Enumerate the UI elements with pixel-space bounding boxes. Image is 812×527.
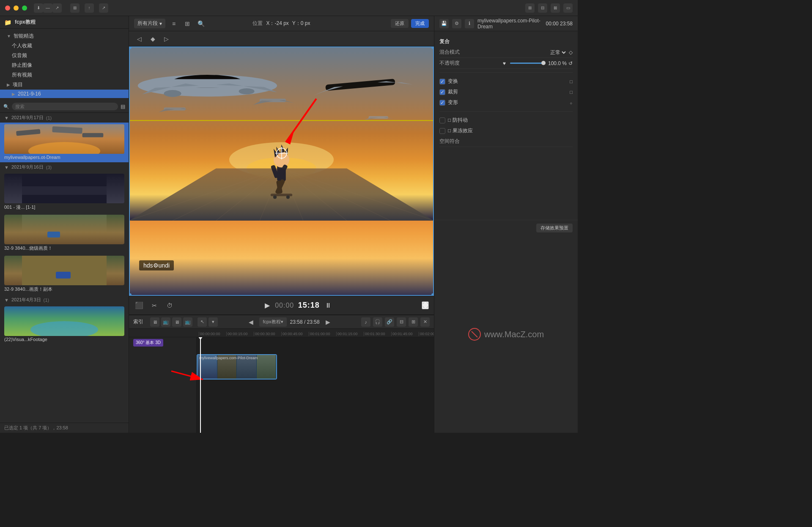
preview-frame: hds⚙undi [129, 46, 434, 296]
layout1-icon[interactable]: ⊟ [538, 3, 547, 13]
info-icon-btn[interactable]: ℹ [465, 19, 474, 28]
maximize-button[interactable] [22, 5, 27, 11]
crop-icon: □ [570, 90, 573, 95]
save-effect-btn[interactable]: 存储效果预置 [536, 224, 573, 232]
list-view-btn[interactable]: ≡ [169, 19, 179, 29]
svg-point-56 [286, 195, 290, 199]
opacity-slider[interactable] [510, 63, 544, 64]
save-icon-btn[interactable]: 💾 [439, 19, 449, 28]
layout3-icon[interactable]: ▭ [563, 3, 573, 13]
save-effect-area: 存储效果预置 [434, 220, 578, 236]
next-btn[interactable]: ▶ [323, 317, 333, 327]
distort-checkbox[interactable]: ✓ [439, 100, 445, 106]
tool-dropdown-btn[interactable]: ▾ [208, 317, 218, 327]
select-tool-btn[interactable]: ↖ [198, 317, 207, 327]
sidebar-item-smart-selection[interactable]: ▼ 智能精选 [0, 31, 129, 41]
clip-appearance-btn[interactable]: ⊟ [397, 317, 406, 327]
clip-item-001[interactable]: 001 - 漫... [1-1] [0, 172, 129, 213]
minimize-button[interactable] [14, 5, 19, 11]
prev-frame-btn[interactable]: ◁ [134, 34, 144, 44]
clip-item-visual[interactable]: (22)Visua...kFootage [0, 305, 129, 344]
stabilize-checkbox[interactable] [439, 117, 445, 123]
date-count-apr3: (1) [44, 298, 49, 303]
audio-waveform-btn[interactable]: ♪ [361, 317, 370, 327]
playhead[interactable] [200, 337, 201, 433]
date-folder-label: 2021-9-16 [18, 91, 41, 97]
import-icon[interactable]: ↑ [85, 3, 94, 13]
close-button[interactable] [5, 5, 10, 11]
date-header-sep17: ▼ 2021年9月17日 (1) [0, 113, 129, 123]
headphone-btn[interactable]: 🎧 [373, 317, 382, 327]
library-icon[interactable]: ⊞ [70, 3, 80, 13]
blend-mode-select[interactable]: 正常 [549, 49, 567, 56]
date-header-apr3: ▼ 2021年4月3日 (1) [0, 295, 129, 305]
transform-checkbox[interactable]: ✓ [439, 79, 445, 85]
sidebar-item-audio[interactable]: 仅音频 [0, 51, 129, 60]
sidebar-item-favorites[interactable]: 个人收藏 [0, 41, 129, 51]
sidebar-tree: ▼ 智能精选 个人收藏 仅音频 静止图像 所有视频 ▶ 项目 ▶ 2021-9-… [0, 29, 129, 101]
timeline-content: 360° 基本 3D mylivewallpapers.com-Pilot-Dr… [129, 337, 434, 433]
clip-item-3840-2[interactable]: 32-9 3840...画质！副本 [0, 254, 129, 295]
sidebar-item-all-video[interactable]: 所有视频 [0, 70, 129, 80]
svg-rect-6 [22, 186, 107, 195]
clip-label-3840-1: 32-9 3840...烧级画质！ [4, 244, 124, 252]
pause-btn[interactable]: ⏸ [325, 302, 332, 309]
monitor3-btn[interactable]: 🖥 [172, 317, 181, 327]
search-input[interactable] [12, 103, 118, 110]
speed-btn[interactable]: ⏱ [165, 300, 175, 311]
marker-btn[interactable]: ◆ [148, 34, 158, 44]
clip-item-pilot-dream[interactable]: mylivewallpapers.ot-Dream [0, 123, 129, 162]
expand-btn[interactable]: ⊞ [409, 317, 418, 327]
play-pause-btn[interactable]: ▶ [265, 301, 270, 309]
timecode-current: 15:18 [298, 301, 320, 309]
toolbar-right: 还原 完成 [391, 19, 429, 28]
rolling-shutter-checkbox[interactable] [439, 128, 445, 134]
layout2-icon[interactable]: ⊠ [551, 3, 560, 13]
transform-btn[interactable]: ✂ [149, 300, 159, 311]
close-timeline-btn[interactable]: ✕ [420, 317, 430, 327]
monitor-btn[interactable]: 🖥 [150, 317, 159, 327]
rolling-shutter-row: □ 果冻效应 [439, 126, 573, 136]
browser-view-icon[interactable]: ▤ [121, 104, 125, 109]
clip-selector-btn[interactable]: ⬛ [134, 300, 144, 311]
clip-frame-4 [257, 355, 277, 379]
download-icon[interactable]: ⬇ [34, 3, 43, 13]
share2-icon[interactable]: ↗ [99, 3, 108, 13]
opacity-reset-icon[interactable]: ↺ [568, 60, 573, 66]
monitor4-btn[interactable]: 📺 [183, 317, 192, 327]
link-btn[interactable]: 🔗 [385, 317, 394, 327]
done-btn[interactable]: 完成 [411, 19, 429, 28]
stabilize-label: □ 防抖动 [448, 117, 573, 124]
grid-view-btn[interactable]: ⊞ [182, 19, 192, 29]
stabilize-row: □ 防抖动 [439, 115, 573, 126]
search-btn[interactable]: 🔍 [196, 19, 206, 29]
segments-label: 所有片段 [137, 20, 158, 27]
segments-dropdown[interactable]: 所有片段 ▾ [134, 19, 165, 28]
blend-mode-row: 混合模式 正常 ◇ [439, 47, 573, 58]
favorites-label: 个人收藏 [12, 42, 32, 49]
video-clip-main[interactable]: mylivewallpapers.com-Pilot-Dream [197, 354, 277, 380]
date-arrow-sep17[interactable]: ▼ [4, 115, 9, 120]
restore-btn[interactable]: 还原 [391, 19, 409, 28]
sidebar-item-date-folder[interactable]: ▶ 2021-9-16 [0, 90, 129, 98]
monitor2-btn[interactable]: 📺 [161, 317, 170, 327]
grid-icon[interactable]: ⊞ [525, 3, 535, 13]
blend-mode-value[interactable]: 正常 ◇ [549, 49, 573, 56]
date-arrow-apr3[interactable]: ▼ [4, 298, 9, 303]
filter-icon-btn[interactable]: ⚙ [452, 19, 461, 28]
date-arrow-sep16[interactable]: ▼ [4, 165, 9, 170]
project-dropdown[interactable]: fcpx教程 ▾ [259, 317, 286, 327]
fullscreen-btn[interactable]: ⛶ [422, 301, 429, 309]
sidebar-item-projects[interactable]: ▶ 项目 [0, 80, 129, 90]
share-icon[interactable]: ↗ [52, 3, 62, 13]
preview-area[interactable]: hds⚙undi [129, 46, 434, 296]
crop-checkbox[interactable]: ✓ [439, 89, 445, 95]
timeline-tracks[interactable]: mylivewallpapers.com-Pilot-Dream [197, 337, 434, 433]
sidebar-item-still[interactable]: 静止图像 [0, 60, 129, 70]
next-frame-btn[interactable]: ▷ [161, 34, 171, 44]
ruler-mark-0: 00:00:00:00 [199, 332, 226, 336]
clip-item-3840-1[interactable]: 32-9 3840...烧级画质！ [0, 213, 129, 254]
key-icon[interactable]: — [43, 3, 52, 13]
opacity-slider-thumb[interactable] [541, 61, 546, 65]
prev-btn[interactable]: ◀ [246, 317, 256, 327]
